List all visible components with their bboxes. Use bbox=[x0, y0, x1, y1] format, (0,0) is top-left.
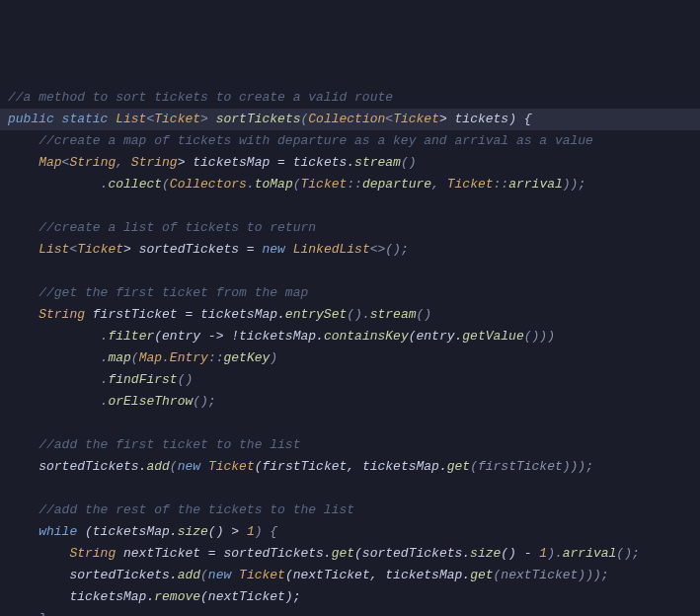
code-line: String firstTicket = ticketsMap.entrySet… bbox=[0, 304, 700, 326]
code-line: //create a map of tickets with departure… bbox=[0, 130, 700, 152]
punct: (); bbox=[616, 546, 639, 561]
code-line: //get the first ticket from the map bbox=[0, 282, 700, 304]
method: arrival bbox=[508, 177, 563, 192]
punct: <>(); bbox=[370, 242, 409, 257]
ident: firstTicket = ticketsMap. bbox=[85, 307, 285, 322]
punct: ( bbox=[200, 568, 208, 582]
punct: (nextTicket))); bbox=[494, 568, 609, 582]
punct: < bbox=[385, 112, 393, 126]
punct: ( bbox=[162, 177, 170, 192]
type: Ticket bbox=[447, 177, 494, 192]
code-editor[interactable]: //a method to sort tickets to create a v… bbox=[0, 87, 700, 616]
type: Ticket bbox=[393, 112, 439, 126]
code-line: .map(Map.Entry::getKey) bbox=[0, 347, 700, 369]
method: entrySet bbox=[285, 307, 347, 322]
code-line: } bbox=[0, 608, 700, 616]
ident: () - bbox=[501, 546, 539, 561]
comment: //create a map of tickets with departure… bbox=[8, 133, 593, 148]
method: stream bbox=[370, 307, 417, 322]
punct: ). bbox=[547, 546, 563, 561]
ident: (firstTicket, ticketsMap. bbox=[255, 459, 447, 474]
punct: , bbox=[116, 155, 131, 170]
ident: (entry -> !ticketsMap. bbox=[154, 329, 324, 344]
method-name: sortTickets bbox=[216, 112, 301, 126]
ident: sortedTickets. bbox=[8, 568, 178, 582]
keyword: new bbox=[208, 568, 239, 582]
code-line bbox=[0, 413, 700, 434]
code-line: sortedTickets.add(new Ticket(nextTicket,… bbox=[0, 565, 700, 586]
method: get bbox=[332, 546, 354, 561]
type: Map bbox=[139, 350, 162, 365]
punct: > bbox=[200, 112, 216, 126]
punct: (firstTicket))); bbox=[470, 459, 593, 474]
op: :: bbox=[208, 350, 224, 365]
method: toMap bbox=[255, 177, 293, 192]
type: Map bbox=[8, 155, 62, 170]
ident: > ticketsMap = tickets. bbox=[178, 155, 354, 170]
number: 1 bbox=[539, 546, 547, 561]
ident: (ticketsMap. bbox=[85, 524, 178, 539]
ident: sortedTickets. bbox=[8, 459, 146, 474]
method: map bbox=[108, 350, 130, 365]
method: filter bbox=[108, 329, 154, 344]
method: findFirst bbox=[108, 372, 177, 387]
punct: . bbox=[8, 329, 108, 344]
punct: ) bbox=[270, 350, 277, 365]
code-line: sortedTickets.add(new Ticket(firstTicket… bbox=[0, 456, 700, 478]
ident: ticketsMap. bbox=[8, 589, 154, 604]
punct: . bbox=[8, 372, 108, 387]
type: Ticket bbox=[77, 242, 123, 257]
type: Entry bbox=[170, 350, 208, 365]
code-line: .findFirst() bbox=[0, 369, 700, 391]
type: String bbox=[69, 155, 116, 170]
brace: } bbox=[8, 611, 46, 616]
code-line: .filter(entry -> !ticketsMap.containsKey… bbox=[0, 326, 700, 347]
code-line: .collect(Collectors.toMap(Ticket::depart… bbox=[0, 174, 700, 195]
method: orElseThrow bbox=[108, 394, 193, 409]
keyword: public static bbox=[8, 112, 116, 126]
punct: ())) bbox=[524, 329, 555, 344]
params: > tickets) { bbox=[439, 112, 532, 126]
comment: //create a list of tickets to return bbox=[8, 220, 316, 235]
type: List bbox=[8, 242, 69, 257]
type: String bbox=[8, 546, 116, 561]
punct: (); bbox=[193, 394, 215, 409]
number: 1 bbox=[247, 524, 255, 539]
comment: //add the first ticket to the list bbox=[8, 437, 300, 452]
ident: nextTicket = sortedTickets. bbox=[116, 546, 331, 561]
type: Ticket bbox=[239, 568, 285, 582]
method: size bbox=[470, 546, 501, 561]
punct: . bbox=[162, 350, 170, 365]
method: get bbox=[470, 568, 493, 582]
punct: , bbox=[431, 177, 447, 192]
keyword: while bbox=[8, 524, 85, 539]
type: Ticket bbox=[208, 459, 255, 474]
code-line bbox=[0, 195, 700, 217]
type: LinkedList bbox=[293, 242, 370, 257]
punct: () bbox=[417, 307, 432, 322]
method: stream bbox=[354, 155, 401, 170]
code-line: //a method to sort tickets to create a v… bbox=[0, 87, 700, 109]
keyword: new bbox=[178, 459, 208, 474]
type: Ticket bbox=[301, 177, 348, 192]
code-line: ticketsMap.remove(nextTicket); bbox=[0, 586, 700, 608]
op: :: bbox=[347, 177, 362, 192]
comment: //a method to sort tickets to create a v… bbox=[8, 90, 393, 105]
punct: ( bbox=[170, 459, 178, 474]
ident: (nextTicket, ticketsMap. bbox=[285, 568, 470, 582]
method: size bbox=[178, 524, 208, 539]
type: List bbox=[116, 112, 146, 126]
code-line bbox=[0, 478, 700, 500]
code-line: while (ticketsMap.size() > 1) { bbox=[0, 521, 700, 543]
code-line: //add the rest of the tickets to the lis… bbox=[0, 500, 700, 521]
punct: (). bbox=[347, 307, 369, 322]
punct: . bbox=[8, 350, 108, 365]
method: remove bbox=[154, 589, 200, 604]
method: getKey bbox=[223, 350, 270, 365]
code-line: List<Ticket> sortedTickets = new LinkedL… bbox=[0, 239, 700, 261]
punct: . bbox=[8, 394, 108, 409]
punct: . bbox=[8, 177, 108, 192]
keyword: new bbox=[262, 242, 292, 257]
code-line-highlighted: public static List<Ticket> sortTickets(C… bbox=[0, 109, 700, 130]
method: get bbox=[447, 459, 470, 474]
